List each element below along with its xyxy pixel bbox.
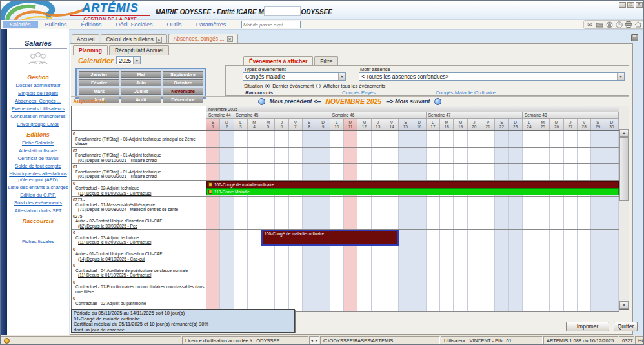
redacted-name-field[interactable]: [264, 6, 301, 16]
day-cell[interactable]: [605, 230, 619, 246]
employee-label[interactable]: 01Fonctionnaire (Tit/Stag) - 01-Adjoint …: [72, 164, 206, 180]
day-cell[interactable]: [440, 164, 454, 180]
day-cell[interactable]: [578, 164, 591, 180]
day-cell[interactable]: [578, 262, 591, 279]
radio-afficher-tous[interactable]: [316, 84, 321, 88]
day-cell[interactable]: [344, 197, 357, 213]
day-cell[interactable]: [248, 131, 261, 147]
day-cell[interactable]: [412, 279, 426, 295]
day-cell[interactable]: [468, 197, 481, 213]
day-cell[interactable]: [440, 197, 454, 213]
day-cell[interactable]: [536, 164, 550, 180]
day-cell[interactable]: [344, 279, 357, 295]
menu-salaries[interactable]: Salariés: [3, 21, 38, 28]
day-cell[interactable]: [564, 279, 578, 295]
day-header[interactable]: M5: [261, 119, 275, 130]
day-cell[interactable]: [536, 295, 550, 311]
shortcut-conges-payes[interactable]: Congés Payés: [342, 90, 376, 95]
month-juillet[interactable]: Juillet: [121, 88, 161, 95]
day-cell[interactable]: [509, 262, 523, 279]
year-select[interactable]: 2025 ▼: [116, 56, 141, 64]
day-cell[interactable]: [275, 246, 288, 262]
day-cell[interactable]: [275, 131, 288, 147]
day-cell[interactable]: [550, 246, 563, 262]
day-cell[interactable]: [385, 164, 399, 180]
day-cell[interactable]: [357, 148, 371, 164]
sidebar-item-attestation-fiscale[interactable]: Attestation fiscale: [8, 148, 68, 153]
day-cell[interactable]: [605, 213, 619, 230]
tab-accueil[interactable]: Accueil: [72, 34, 99, 43]
day-cell[interactable]: [605, 262, 619, 279]
day-cell[interactable]: [206, 246, 220, 262]
day-cell[interactable]: [536, 197, 550, 213]
scrollbar-thumb[interactable]: [619, 137, 629, 201]
day-cell[interactable]: [591, 246, 605, 262]
event-bar[interactable]: 100-Congé de maladie ordinaire: [206, 181, 619, 188]
day-cell[interactable]: [523, 148, 536, 164]
day-cell[interactable]: [481, 246, 495, 262]
day-cell[interactable]: [399, 197, 412, 213]
day-cell[interactable]: [275, 213, 288, 230]
day-cell[interactable]: [330, 164, 344, 180]
menu-parametres[interactable]: Paramètres: [189, 21, 234, 28]
day-cell[interactable]: [234, 148, 248, 164]
day-cell[interactable]: [440, 230, 454, 246]
day-cell[interactable]: [248, 230, 261, 246]
day-cell[interactable]: [234, 230, 248, 246]
day-cell[interactable]: [399, 164, 412, 180]
day-cell[interactable]: [454, 230, 467, 246]
month-mars[interactable]: Mars: [79, 88, 119, 95]
menu-bulletins[interactable]: Bulletins: [38, 21, 74, 28]
day-cell[interactable]: [330, 131, 344, 147]
day-cell[interactable]: [206, 131, 220, 147]
prev-globe-icon[interactable]: [258, 98, 265, 105]
day-cell[interactable]: [206, 279, 220, 295]
day-cell[interactable]: [481, 279, 495, 295]
sidebar-item-certificat-de-travail[interactable]: Certificat de travail: [8, 155, 68, 161]
day-cell[interactable]: [468, 164, 481, 180]
selected-event[interactable]: 100-Congé de maladie ordinaire: [261, 230, 399, 246]
day-cell[interactable]: [509, 148, 523, 164]
day-cell[interactable]: [289, 164, 303, 180]
day-cell[interactable]: [564, 213, 578, 230]
sidebar-item-fiche-salariale[interactable]: Fiche Salariale: [8, 140, 68, 146]
day-cell[interactable]: [412, 164, 426, 180]
day-cell[interactable]: [275, 279, 288, 295]
password-expiry-input[interactable]: [241, 21, 301, 28]
day-cell[interactable]: [385, 262, 399, 279]
day-cell[interactable]: [578, 230, 591, 246]
day-cell[interactable]: [261, 279, 275, 295]
day-cell[interactable]: [550, 279, 563, 295]
sidebar-item-liste-des-enfants-a-charges[interactable]: Liste des enfants à charges: [8, 184, 68, 190]
sidebar-item-evenements-utilisateurs[interactable]: Evénements Utilisateurs: [8, 106, 68, 112]
tab-planning[interactable]: Planning: [73, 45, 108, 55]
month-novembre[interactable]: Novembre: [163, 88, 203, 95]
day-cell[interactable]: [536, 148, 550, 164]
employee-label[interactable]: 0Fonctionnaire (Tit/Stag) - 06-Adjoint t…: [72, 131, 206, 147]
tab-evenements-a-afficher[interactable]: Événements à afficher: [243, 56, 313, 66]
day-cell[interactable]: [578, 131, 591, 147]
day-cell[interactable]: [495, 131, 508, 147]
day-cell[interactable]: [468, 295, 481, 311]
day-header[interactable]: L3: [234, 119, 248, 130]
day-header[interactable]: V21: [481, 119, 495, 130]
save-icon[interactable]: [631, 34, 638, 41]
day-cell[interactable]: [357, 246, 371, 262]
day-cell[interactable]: [440, 131, 454, 147]
sidebar-item-suivi-des-evenements[interactable]: Suivi des événements: [8, 200, 68, 206]
tab-calcul-des-bulletins[interactable]: Calcul des bulletins✕: [101, 34, 166, 43]
motif-select[interactable]: < Toutes les absences confondues> ▼: [359, 72, 625, 81]
day-cell[interactable]: [234, 213, 248, 230]
folder-icon[interactable]: [596, 21, 603, 28]
day-cell[interactable]: [372, 164, 385, 180]
next-globe-icon[interactable]: [434, 98, 441, 105]
chevron-down-icon[interactable]: ▼: [617, 73, 624, 80]
print-icon[interactable]: [625, 21, 632, 28]
day-cell[interactable]: [412, 197, 426, 213]
day-cell[interactable]: [427, 246, 440, 262]
day-cell[interactable]: [330, 246, 344, 262]
day-cell[interactable]: [248, 164, 261, 180]
sidebar-item-emplois-de-l-agent[interactable]: Emplois de l'agent: [8, 90, 68, 96]
day-header[interactable]: D23: [509, 119, 523, 130]
day-cell[interactable]: [316, 197, 330, 213]
